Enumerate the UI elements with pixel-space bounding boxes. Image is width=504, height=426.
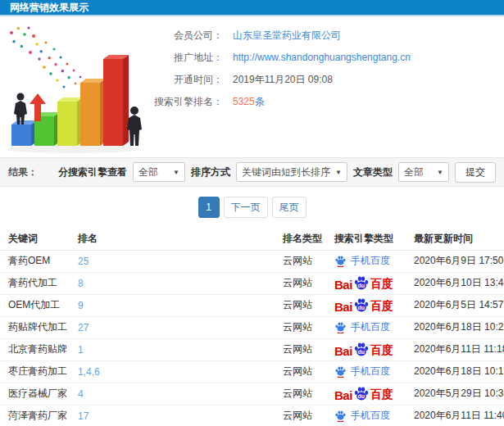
table-header: 关键词 bbox=[0, 228, 70, 250]
baidu-paw-icon: du bbox=[353, 275, 370, 292]
bar-chart-illustration bbox=[0, 16, 148, 157]
baidu-logo-du: du bbox=[353, 305, 370, 310]
baidu-logo-bai: Bai bbox=[334, 344, 352, 358]
baidu-paw-icon bbox=[334, 410, 347, 422]
rank-link[interactable]: 9 bbox=[78, 300, 84, 311]
profile-value: 5325 bbox=[233, 96, 255, 107]
keyword-cell: 药贴牌代加工 bbox=[0, 316, 70, 338]
table-header-row: 关键词排名排名类型搜索引擎类型最新更新时间 bbox=[0, 228, 504, 250]
profile-label: 会员公司： bbox=[148, 29, 223, 43]
keyword-cell: 膏药OEM bbox=[0, 250, 70, 272]
engine-cell: Bai du 百度 bbox=[334, 386, 406, 402]
rank-link[interactable]: 4 bbox=[78, 388, 84, 400]
engine-cell: 手机百度 bbox=[334, 254, 406, 268]
table-header: 排名 bbox=[70, 228, 275, 250]
rank-cell: 27 bbox=[70, 316, 275, 338]
time-cell: 2020年6月10日 13:40 bbox=[406, 272, 504, 294]
time-cell: 2020年5月29日 10:32 bbox=[406, 383, 504, 405]
time-cell: 2020年6月18日 10:25 bbox=[406, 316, 504, 338]
submit-button[interactable]: 提交 bbox=[455, 162, 496, 183]
baidu-logo: Bai du 百度 bbox=[334, 342, 393, 358]
engine-filter-select[interactable]: 全部 ▼ bbox=[133, 162, 185, 182]
engine-cell-td: 手机百度 bbox=[326, 250, 406, 272]
baidu-paw-icon bbox=[334, 365, 347, 378]
engine-cell-td: 手机百度 bbox=[326, 360, 406, 383]
mobile-baidu-badge: 手机百度 bbox=[334, 320, 390, 334]
rank-cell: 4 bbox=[70, 383, 275, 405]
keyword-cell: 膏药代加工 bbox=[0, 272, 70, 294]
table-header: 排名类型 bbox=[275, 228, 326, 250]
table-header: 最新更新时间 bbox=[406, 228, 504, 250]
profile-label: 推广地址： bbox=[148, 51, 223, 65]
page-button-next[interactable]: 下一页 bbox=[224, 197, 268, 218]
sort-filter-label: 排序方式 bbox=[191, 165, 230, 179]
rank-link[interactable]: 25 bbox=[78, 256, 89, 267]
profile-row: 开通时间：2019年11月20日 09:08 bbox=[148, 72, 504, 87]
keyword-cell: 菏泽膏药厂家 bbox=[0, 405, 70, 426]
rank-type-cell: 云网站 bbox=[275, 294, 326, 316]
mobile-baidu-badge: 手机百度 bbox=[334, 254, 390, 268]
profile-value[interactable]: 山东皇圣堂药业有限公司 bbox=[233, 29, 341, 43]
page-button-last[interactable]: 尾页 bbox=[272, 197, 306, 218]
rank-type-cell: 云网站 bbox=[275, 250, 326, 272]
table-row: 北京膏药贴牌 1 云网站 Bai du 百度 2020年6月11日 11:18 bbox=[0, 338, 504, 360]
pagination: 1 下一页 尾页 bbox=[0, 187, 504, 228]
engine-cell-td: Bai du 百度 bbox=[326, 272, 406, 294]
mobile-baidu-label: 手机百度 bbox=[351, 365, 390, 378]
profile-value[interactable]: http://www.shandonghuangshengtang.cn bbox=[233, 52, 411, 63]
chevron-down-icon: ▼ bbox=[173, 169, 179, 176]
baidu-logo-du: du bbox=[353, 283, 370, 288]
profile-row: 搜索引擎排名：5325条 bbox=[148, 94, 504, 109]
profile-rows: 会员公司：山东皇圣堂药业有限公司推广地址：http://www.shandong… bbox=[148, 28, 504, 109]
mobile-baidu-badge: 手机百度 bbox=[334, 365, 390, 378]
engine-cell: 手机百度 bbox=[334, 409, 406, 423]
baidu-logo: Bai du 百度 bbox=[334, 297, 393, 314]
baidu-logo: Bai du 百度 bbox=[334, 275, 393, 292]
rank-link[interactable]: 17 bbox=[78, 410, 89, 422]
page-button-current[interactable]: 1 bbox=[198, 197, 220, 218]
rank-type-cell: 云网站 bbox=[275, 383, 326, 405]
profile-row: 推广地址：http://www.shandonghuangshengtang.c… bbox=[148, 50, 504, 65]
profile-value-suffix: 条 bbox=[255, 95, 265, 109]
rank-link[interactable]: 8 bbox=[78, 278, 84, 289]
rank-cell: 9 bbox=[70, 294, 275, 316]
baidu-paw-icon: du bbox=[353, 297, 370, 314]
profile-label: 搜索引擎排名： bbox=[148, 95, 223, 109]
baidu-paw-icon bbox=[334, 255, 347, 267]
baidu-logo-du: du bbox=[353, 349, 370, 355]
chevron-down-icon: ▼ bbox=[437, 169, 443, 176]
sort-filter-select[interactable]: 关键词由短到长排序 ▼ bbox=[236, 162, 347, 182]
mobile-baidu-label: 手机百度 bbox=[351, 254, 390, 268]
baidu-logo-bai: Bai bbox=[334, 388, 352, 402]
keyword-table: 关键词排名排名类型搜索引擎类型最新更新时间 膏药OEM 25 云网站 手机百度 … bbox=[0, 228, 504, 426]
person-left bbox=[14, 93, 27, 125]
table-row: 膏药代加工 8 云网站 Bai du 百度 2020年6月10日 13:40 bbox=[0, 272, 504, 294]
baidu-paw-icon: du bbox=[353, 342, 370, 358]
profile-panel: 会员公司：山东皇圣堂药业有限公司推广地址：http://www.shandong… bbox=[148, 16, 504, 157]
rank-type-cell: 云网站 bbox=[275, 316, 326, 338]
profile-label: 开通时间： bbox=[148, 73, 223, 87]
rank-cell: 1 bbox=[70, 338, 275, 360]
page-title: 网络营销效果展示 bbox=[10, 1, 89, 15]
baidu-paw-icon: du bbox=[353, 386, 370, 402]
engine-cell-td: Bai du 百度 bbox=[326, 294, 406, 316]
engine-cell: Bai du 百度 bbox=[334, 342, 406, 358]
table-row: 膏药OEM 25 云网站 手机百度 2020年6月9日 17:50 bbox=[0, 250, 504, 272]
article-type-select[interactable]: 全部 ▼ bbox=[398, 162, 449, 182]
time-cell: 2020年6月9日 17:50 bbox=[406, 250, 504, 272]
rank-link[interactable]: 27 bbox=[78, 322, 89, 333]
keyword-cell: 北京膏药贴牌 bbox=[0, 338, 70, 360]
engine-cell-td: 手机百度 bbox=[326, 405, 406, 426]
baidu-logo-cn: 百度 bbox=[370, 387, 393, 402]
baidu-logo-cn: 百度 bbox=[370, 277, 393, 292]
table-row: 菏泽膏药厂家 17 云网站 手机百度 2020年6月11日 11:40 bbox=[0, 405, 504, 426]
rank-link[interactable]: 1,4,6 bbox=[78, 366, 100, 378]
article-type-value: 全部 bbox=[404, 165, 424, 179]
engine-cell-td: Bai du 百度 bbox=[326, 338, 406, 360]
rank-link[interactable]: 1 bbox=[78, 344, 84, 356]
rank-type-cell: 云网站 bbox=[275, 360, 326, 383]
profile-row: 会员公司：山东皇圣堂药业有限公司 bbox=[148, 28, 504, 43]
engine-cell: Bai du 百度 bbox=[334, 297, 406, 314]
rank-cell: 25 bbox=[70, 250, 275, 272]
rank-cell: 8 bbox=[70, 272, 275, 294]
